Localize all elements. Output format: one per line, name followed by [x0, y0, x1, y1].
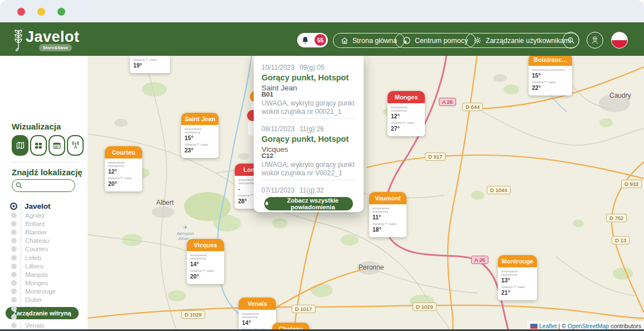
last-max-temp-value: 23° — [185, 147, 215, 153]
radio-icon[interactable] — [11, 255, 17, 261]
antenna-view-button[interactable] — [67, 135, 84, 156]
radio-icon[interactable] — [11, 323, 17, 328]
radio-icon[interactable] — [11, 272, 17, 277]
location-list-item[interactable]: Brillant — [8, 219, 86, 228]
openstreetmap-link[interactable]: OpenStreetMap — [568, 323, 609, 329]
outside-temp-label: temperatura zewnętrzna — [372, 207, 403, 213]
road-shield: D 1044 — [487, 186, 511, 194]
farmer-icon — [590, 35, 600, 45]
road-shield: D 932 — [621, 180, 642, 188]
location-card[interactable]: Venais temperatura zewnętrzna 14° Ostatn… — [239, 298, 276, 331]
location-list-item[interactable]: Blantier — [8, 228, 86, 236]
minimize-window-button[interactable] — [37, 8, 45, 16]
last-max-temp-label: Ostatnia T° maks. — [372, 222, 403, 226]
last-max-temp-label: Ostatnia T° maks. — [185, 143, 215, 146]
radio-icon[interactable] — [11, 280, 17, 286]
location-list-item[interactable]: Agniez — [8, 211, 86, 219]
last-max-temp-label: Ostatnia T° maks. — [532, 80, 569, 84]
location-card[interactable]: Montrouge temperatura zewnętrzna 13° Ost… — [498, 255, 537, 300]
location-list-item[interactable]: Marquis — [8, 270, 86, 279]
notification-sensor: B01 — [262, 91, 356, 98]
map-view-button[interactable] — [12, 135, 28, 156]
location-card[interactable]: Monges temperatura zewnętrzna 12° Ostatn… — [388, 91, 425, 136]
location-card[interactable]: Courteu temperatura zewnętrzna 12° Ostat… — [105, 146, 142, 191]
maximize-window-button[interactable] — [57, 8, 65, 16]
grid-icon — [34, 141, 43, 150]
radio-icon[interactable] — [11, 229, 17, 235]
radio-icon[interactable] — [11, 263, 17, 269]
help-center-button-label: Centrum pomocy — [415, 37, 468, 45]
location-label: Chateau — [25, 237, 49, 244]
road-shield: A 26 — [439, 98, 456, 106]
location-card[interactable]: temperatura zewnętrzna Ostatnia T° maks.… — [130, 56, 170, 73]
location-list-item[interactable]: Monges — [8, 279, 86, 287]
location-label: Courteu — [25, 246, 48, 252]
radio-icon[interactable] — [11, 238, 17, 243]
map-canvas[interactable]: D 630 A 26 D 644 D 917 D 1044 D 932 D 76… — [88, 56, 644, 331]
location-list-item[interactable]: Chateau — [8, 237, 86, 245]
radio-icon[interactable] — [11, 289, 17, 294]
outside-temp-label: temperatura zewnętrzna — [108, 161, 139, 167]
location-list-item[interactable]: Oulier — [8, 296, 86, 304]
search-icon — [567, 36, 575, 45]
user-profile-button[interactable] — [587, 32, 603, 49]
notification-datetime: 07/11/202311(g):32 — [262, 186, 356, 194]
road-shield: D 917 — [425, 152, 446, 161]
road-shield: D 1017 — [292, 305, 316, 313]
bell-icon — [301, 36, 309, 45]
location-card[interactable]: Vaumont temperatura zewnętrzna 11° Ostat… — [369, 192, 406, 237]
location-list-item[interactable]: Courteu — [8, 245, 86, 253]
notification-sensor: C12 — [262, 152, 356, 159]
location-search-input[interactable] — [12, 179, 75, 192]
radio-icon[interactable] — [11, 306, 17, 311]
view-all-notifications-button[interactable]: Zobacz wszystkie powiadomienia — [264, 197, 353, 210]
gear-icon — [473, 36, 482, 45]
location-list-item[interactable]: Javelot — [8, 201, 86, 211]
location-label: Javelot — [25, 202, 51, 210]
search-button[interactable] — [563, 32, 579, 49]
outside-temp-value: 14° — [190, 261, 221, 267]
location-card[interactable]: Saint Jean temperatura zewnętrzna 15° Os… — [181, 113, 219, 158]
last-max-temp-value: 19° — [133, 62, 167, 69]
grid-view-button[interactable] — [30, 135, 47, 156]
panel-icon — [52, 141, 61, 150]
location-card[interactable]: Vicques temperatura zewnętrzna 14° Ostat… — [187, 239, 224, 284]
radio-icon[interactable] — [11, 246, 17, 252]
home-icon — [341, 37, 348, 45]
last-max-temp-value: 18° — [372, 226, 403, 233]
radio-icon[interactable] — [11, 213, 17, 218]
radio-icon[interactable] — [11, 314, 17, 320]
outside-temp-value: 12° — [391, 113, 422, 119]
notification-message: UWAGA, wykryto gorący punkt wokół czujni… — [262, 161, 356, 178]
home-button[interactable]: Strona główna — [333, 33, 405, 48]
location-list-item[interactable]: Montrouge — [8, 287, 86, 296]
app-logo[interactable]: Javelot — [26, 28, 80, 46]
radio-icon[interactable] — [11, 221, 17, 227]
location-list-item[interactable]: Lefeb — [8, 253, 86, 262]
help-center-button[interactable]: Centrum pomocy — [395, 33, 476, 48]
city-label: Peronne — [359, 263, 384, 271]
location-label: Lefeb — [25, 255, 41, 261]
leaflet-link[interactable]: Leaflet — [539, 323, 557, 329]
location-card-title: Courteu — [105, 146, 142, 159]
close-window-button[interactable] — [17, 8, 25, 16]
location-label: Montrouge — [25, 288, 56, 295]
road-shield: D 644 — [462, 103, 483, 111]
divider — [262, 118, 356, 119]
radio-icon[interactable] — [10, 203, 17, 210]
user-management-button[interactable]: Zarządzanie użytkownikami — [466, 33, 579, 48]
airplane-icon: ✈ — [177, 224, 194, 231]
location-list-item[interactable]: Venais — [8, 321, 86, 329]
divider — [262, 180, 356, 180]
notification-datetime: 08/11/202311(g):26 — [262, 125, 356, 133]
radio-icon[interactable] — [11, 297, 17, 303]
panel-view-button[interactable] — [49, 135, 65, 156]
location-list-item[interactable]: Lilliers — [8, 262, 86, 270]
notification-datetime: 10/11/202309(g):05 — [262, 64, 356, 71]
notifications-bell-button[interactable]: 55 — [297, 33, 328, 47]
outside-temp-label: temperatura zewnętrzna — [532, 68, 569, 71]
location-card[interactable]: Boistranc... temperatura zewnętrzna 15° … — [529, 56, 572, 95]
sidebar: Wizualizacja — [0, 56, 88, 331]
language-flag-button[interactable] — [611, 32, 628, 49]
road-shield: D 762 — [606, 214, 627, 222]
